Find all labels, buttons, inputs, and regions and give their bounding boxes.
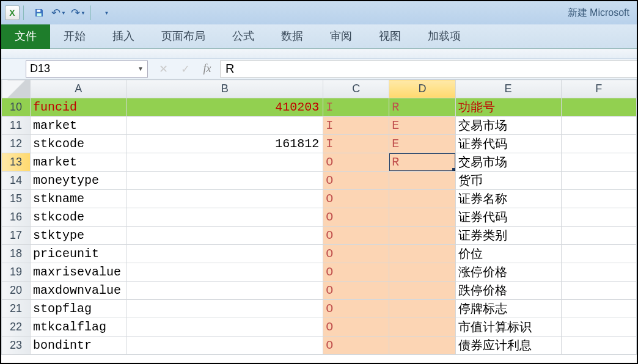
cell[interactable]: 市值计算标识: [455, 318, 561, 337]
tab-file[interactable]: 文件: [1, 23, 50, 49]
select-all-corner[interactable]: [2, 80, 31, 98]
cell[interactable]: [561, 263, 637, 282]
cell[interactable]: [389, 172, 455, 190]
cell[interactable]: [561, 98, 637, 117]
cell[interactable]: O: [323, 318, 389, 337]
row-header[interactable]: 12: [2, 135, 31, 153]
cell[interactable]: O: [323, 153, 389, 172]
cell[interactable]: O: [323, 300, 389, 318]
enter-formula-button[interactable]: ✓: [178, 62, 192, 76]
cell[interactable]: 161812: [127, 135, 323, 153]
spreadsheet-grid[interactable]: A B C D E F 10funcid410203IR功能号11marketI…: [1, 79, 637, 363]
cell[interactable]: 跌停价格: [455, 282, 561, 300]
cell[interactable]: [389, 245, 455, 263]
cell[interactable]: [127, 172, 323, 190]
cell[interactable]: 410203: [127, 98, 323, 117]
cell[interactable]: O: [323, 172, 389, 190]
cell[interactable]: [389, 337, 455, 355]
cell[interactable]: [389, 227, 455, 245]
tab-addins[interactable]: 加载项: [414, 23, 474, 48]
cell[interactable]: [561, 300, 637, 318]
cell[interactable]: 证券代码: [455, 135, 561, 153]
cell[interactable]: R+: [389, 153, 455, 172]
tab-review[interactable]: 审阅: [317, 23, 365, 48]
cell[interactable]: [127, 190, 323, 208]
cell[interactable]: 交易市场: [455, 153, 561, 172]
tab-data[interactable]: 数据: [268, 23, 317, 48]
cell[interactable]: [127, 117, 323, 135]
cell[interactable]: O: [323, 227, 389, 245]
cell[interactable]: O: [323, 263, 389, 282]
cancel-formula-button[interactable]: ✕: [156, 62, 170, 76]
qat-customize-button[interactable]: ▼: [98, 5, 115, 21]
row-header[interactable]: 21: [2, 300, 31, 318]
cell[interactable]: [127, 300, 323, 318]
cell[interactable]: [389, 263, 455, 282]
cell[interactable]: 证券代码: [455, 208, 561, 227]
save-button[interactable]: [31, 5, 48, 21]
cell[interactable]: O: [323, 190, 389, 208]
cell[interactable]: E: [389, 117, 455, 135]
cell[interactable]: O: [323, 337, 389, 355]
cell[interactable]: 价位: [455, 245, 561, 263]
cell[interactable]: [127, 245, 323, 263]
excel-app-icon[interactable]: X: [5, 5, 20, 20]
cell[interactable]: stktype: [31, 227, 127, 245]
cell[interactable]: E: [389, 135, 455, 153]
row-header[interactable]: 20: [2, 282, 31, 300]
cell[interactable]: [561, 318, 637, 337]
cell[interactable]: [389, 208, 455, 227]
cell[interactable]: [561, 227, 637, 245]
cell[interactable]: funcid: [31, 98, 127, 117]
cell[interactable]: [127, 153, 323, 172]
cell[interactable]: 证券类别: [455, 227, 561, 245]
cell[interactable]: bondintr: [31, 337, 127, 355]
cell[interactable]: O: [323, 282, 389, 300]
cell[interactable]: [127, 208, 323, 227]
cell[interactable]: I: [323, 135, 389, 153]
cell[interactable]: [127, 263, 323, 282]
cell[interactable]: [561, 172, 637, 190]
cell[interactable]: [561, 190, 637, 208]
cell[interactable]: 涨停价格: [455, 263, 561, 282]
formula-input[interactable]: R: [220, 60, 637, 78]
cell[interactable]: stkname: [31, 190, 127, 208]
cell[interactable]: [389, 300, 455, 318]
undo-button[interactable]: ↶▼: [50, 5, 67, 21]
cell[interactable]: mtkcalflag: [31, 318, 127, 337]
cell[interactable]: 债券应计利息: [455, 337, 561, 355]
cell[interactable]: 货币: [455, 172, 561, 190]
column-header-C[interactable]: C: [323, 80, 389, 98]
cell[interactable]: [389, 318, 455, 337]
cell[interactable]: stopflag: [31, 300, 127, 318]
row-header[interactable]: 10: [2, 98, 31, 117]
cell[interactable]: 功能号: [455, 98, 561, 117]
cell[interactable]: maxdownvalue: [31, 282, 127, 300]
row-header[interactable]: 16: [2, 208, 31, 227]
cell[interactable]: [561, 208, 637, 227]
column-header-B[interactable]: B: [127, 80, 323, 98]
row-header[interactable]: 15: [2, 190, 31, 208]
cell[interactable]: 证券名称: [455, 190, 561, 208]
cell[interactable]: [561, 153, 637, 172]
row-header[interactable]: 17: [2, 227, 31, 245]
column-header-D[interactable]: D: [389, 80, 455, 98]
tab-view[interactable]: 视图: [365, 23, 414, 48]
cell[interactable]: O: [323, 208, 389, 227]
cell[interactable]: [127, 227, 323, 245]
cell[interactable]: [127, 337, 323, 355]
row-header[interactable]: 13: [2, 153, 31, 172]
name-box[interactable]: D13 ▼: [26, 60, 148, 78]
cell[interactable]: maxrisevalue: [31, 263, 127, 282]
cell[interactable]: [561, 245, 637, 263]
cell[interactable]: [127, 282, 323, 300]
row-header[interactable]: 19: [2, 263, 31, 282]
cell[interactable]: market: [31, 153, 127, 172]
cell[interactable]: [561, 337, 637, 355]
cell[interactable]: [561, 117, 637, 135]
cell[interactable]: [389, 190, 455, 208]
redo-button[interactable]: ↷▼: [70, 5, 87, 21]
tab-formulas[interactable]: 公式: [219, 23, 268, 48]
cell[interactable]: 停牌标志: [455, 300, 561, 318]
cell[interactable]: O: [323, 245, 389, 263]
